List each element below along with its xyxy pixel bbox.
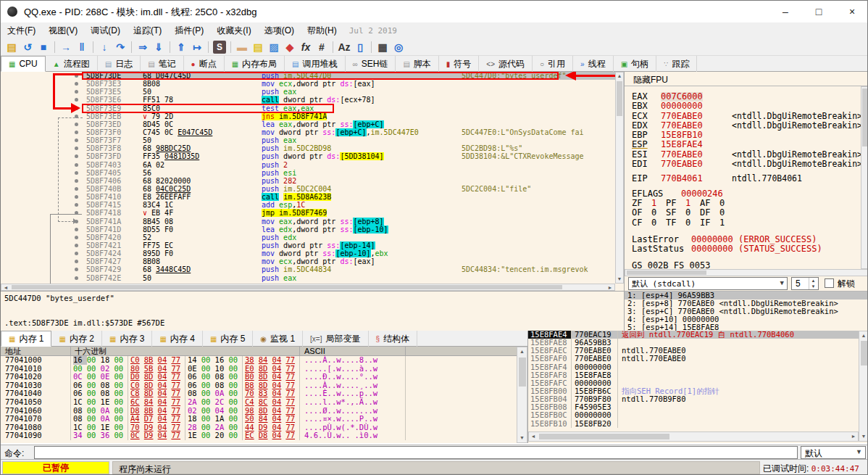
stack-row[interactable]: 15E8FB1015E8FB20 xyxy=(528,420,868,428)
memory-byte[interactable]: D9 xyxy=(144,431,158,440)
memory-byte[interactable]: 16 xyxy=(215,356,229,365)
register-row[interactable]: CF0TF0IF1 xyxy=(625,218,861,228)
register-row[interactable]: EDI770EABE0<ntdll.DbgUiRemoteBreakin> xyxy=(625,160,861,169)
memory-byte[interactable]: 36 xyxy=(101,431,114,440)
comment-icon[interactable]: ▤ xyxy=(250,40,266,54)
bookmark-icon[interactable]: ◆ xyxy=(282,40,298,54)
tab-locals[interactable]: [x=]局部变量 xyxy=(303,331,368,347)
hide-fpu-button[interactable]: 隐藏FPU xyxy=(625,72,868,86)
disasm-row[interactable]: 5D8F740668 82020000push 282 xyxy=(1,177,615,185)
execute-till-return-icon[interactable]: ⇑ xyxy=(173,40,189,54)
menu-item[interactable]: 帮助(H) xyxy=(301,22,343,38)
memory-byte[interactable]: A4 xyxy=(130,415,144,424)
eflags-value[interactable]: 00000246 xyxy=(681,189,723,199)
memory-row[interactable]: 7704100016001800C08B04771400160038840477… xyxy=(1,356,527,365)
stack-rows[interactable]: 15E8FAE4770EAC19返回到 ntdll.770EAC19 自 ntd… xyxy=(528,331,868,428)
register-value[interactable]: 15E8FB10 xyxy=(661,131,703,140)
memory-byte[interactable]: 04 xyxy=(158,431,172,440)
disasm-row[interactable]: 5D8F742052push edx xyxy=(1,234,615,241)
breakpoint-dot[interactable] xyxy=(1,120,82,128)
globe-icon[interactable]: ◎ xyxy=(391,40,406,54)
memory-byte[interactable]: 18 xyxy=(188,415,201,424)
register-row[interactable]: EBX00000000 xyxy=(625,102,861,111)
register-row[interactable]: GS 002B FS 0053 xyxy=(625,261,861,269)
tab-watch1[interactable]: ◉监视 1 xyxy=(253,331,303,347)
memory-byte[interactable]: 00 xyxy=(87,415,101,424)
disasm-row[interactable]: 5D8F73F868 98BDC25Dpush im.5DC2BD985DC2B… xyxy=(1,144,615,152)
disasm-row[interactable]: 5D8F73E38B08mov ecx,dword ptr ds:[eax] xyxy=(1,80,615,88)
memory-byte[interactable]: 50 xyxy=(245,415,259,424)
breakpoint-dot[interactable] xyxy=(1,80,82,88)
calling-convention-select[interactable]: 默认 (stdcall)▼ xyxy=(628,277,788,290)
memory-byte[interactable]: 00 xyxy=(228,398,242,407)
tab-trace[interactable]: ∵跟踪 xyxy=(656,56,697,72)
stack-vscrollbar[interactable]: ▲ ▼ xyxy=(859,331,868,442)
memory-byte[interactable]: 18 xyxy=(101,356,114,365)
breakpoint-dot[interactable] xyxy=(1,241,82,249)
stack-arguments-list[interactable]: 1: [esp+4] 96A59BB32: [esp+8] 770EABE0 <… xyxy=(625,291,868,331)
disasm-vscrollbar[interactable]: ▲ ▼ xyxy=(615,72,624,284)
mobile-icon[interactable]: ▯ xyxy=(352,40,368,54)
patch-icon[interactable]: ▬ xyxy=(234,40,250,54)
breakpoint-dot[interactable] xyxy=(1,209,82,217)
memory-byte[interactable]: 00 xyxy=(87,398,101,407)
breakpoint-dot[interactable] xyxy=(1,112,82,120)
flag-value[interactable]: 0 xyxy=(651,208,656,218)
memory-byte[interactable]: C4 xyxy=(245,398,259,407)
step-into-icon[interactable]: ↓ xyxy=(96,40,112,54)
breakpoint-dot[interactable] xyxy=(1,88,82,96)
stop-icon[interactable]: ■ xyxy=(36,40,51,54)
disasm-row[interactable]: 5D8F7421FF75 ECpush dword ptr ss:[ebp-14… xyxy=(1,241,615,249)
breakpoint-dot[interactable] xyxy=(1,128,82,136)
command-input[interactable] xyxy=(34,446,798,459)
function-icon[interactable]: fx xyxy=(298,40,314,54)
restart-icon[interactable]: ↺ xyxy=(20,40,36,54)
disasm-row[interactable]: 5D8F740556push esi xyxy=(1,169,615,177)
menu-item[interactable]: 调试(D) xyxy=(84,22,127,38)
breakpoint-dot[interactable] xyxy=(1,257,82,265)
register-value[interactable]: 007C6000 xyxy=(661,92,703,102)
run-icon[interactable]: → xyxy=(58,40,74,54)
memory-byte[interactable]: 16 xyxy=(73,356,87,365)
register-row[interactable]: LastStatus00000000 (STATUS_SUCCESS) xyxy=(625,244,861,254)
memory-byte[interactable]: 8B xyxy=(144,356,158,365)
flag-value[interactable]: 0 xyxy=(685,208,690,218)
breakpoint-dot[interactable] xyxy=(1,144,82,152)
disasm-row[interactable]: 5D8F74278B08mov ecx,dword ptr ds:[eax] xyxy=(1,257,615,265)
memory-byte[interactable]: 00 xyxy=(228,431,242,440)
unlock-checkbox[interactable] xyxy=(825,278,834,288)
memory-byte[interactable]: 84 xyxy=(259,415,272,424)
memory-byte[interactable]: D7 xyxy=(144,415,158,424)
tab-dump4[interactable]: ▦内存 4 xyxy=(152,331,202,347)
register-row[interactable]: EBP15E8FB10 xyxy=(625,131,861,140)
disasm-row[interactable]: 5D8F73EB∨ 79 2Djns im.5D8F741A xyxy=(1,112,615,120)
scylla-icon[interactable]: S xyxy=(213,41,226,54)
disasm-row[interactable]: 5D8F7418∨ EB 4Fjmp im.5D8F7469 xyxy=(1,209,615,217)
tab-dump5[interactable]: ▦内存 5 xyxy=(203,331,253,347)
register-value[interactable]: 770EABE0 xyxy=(661,160,703,169)
flag-value[interactable]: 0 xyxy=(719,208,725,218)
argument-row[interactable]: 5: [esp+14] 15E8FAE8 xyxy=(625,323,868,331)
memory-byte[interactable]: 34 xyxy=(73,431,87,440)
memory-byte[interactable]: 04 xyxy=(158,415,172,424)
stack-hscrollbar[interactable]: ◄ ► xyxy=(528,431,859,442)
breakpoint-dot[interactable] xyxy=(1,136,82,144)
memory-byte[interactable]: 14 xyxy=(188,356,201,365)
memory-byte[interactable]: 0C xyxy=(130,431,144,440)
memory-byte[interactable]: 1C xyxy=(73,398,87,407)
disasm-row[interactable]: 5D8F73F0C745 0C E047C45Dmov dword ptr ss… xyxy=(1,128,615,136)
register-row[interactable]: EDX770EABE0<ntdll.DbgUiRemoteBreakin> xyxy=(625,121,861,131)
close-button[interactable]: × xyxy=(835,1,868,22)
register-value[interactable]: 770EABE0 xyxy=(661,150,703,160)
disasm-row[interactable]: 5D8F741583C4 1Cadd esp,1C xyxy=(1,201,615,209)
memory-byte[interactable]: 00 xyxy=(114,431,128,440)
tab-source[interactable]: <>源代码 xyxy=(479,56,533,72)
breakpoint-dot[interactable] xyxy=(1,169,82,177)
memory-row[interactable]: 7704107008000A00A4D7047718001A0050840477… xyxy=(1,415,527,424)
memory-byte[interactable]: 2C xyxy=(215,398,229,407)
disasm-row[interactable]: 5D8F741D8D55 F0lea edx,dword ptr ss:[ebp… xyxy=(1,226,615,234)
memory-byte[interactable]: 00 xyxy=(114,415,128,424)
memory-byte[interactable]: 00 xyxy=(87,431,101,440)
memory-byte[interactable]: 77 xyxy=(171,415,185,424)
memory-byte[interactable]: 1E xyxy=(188,431,201,440)
